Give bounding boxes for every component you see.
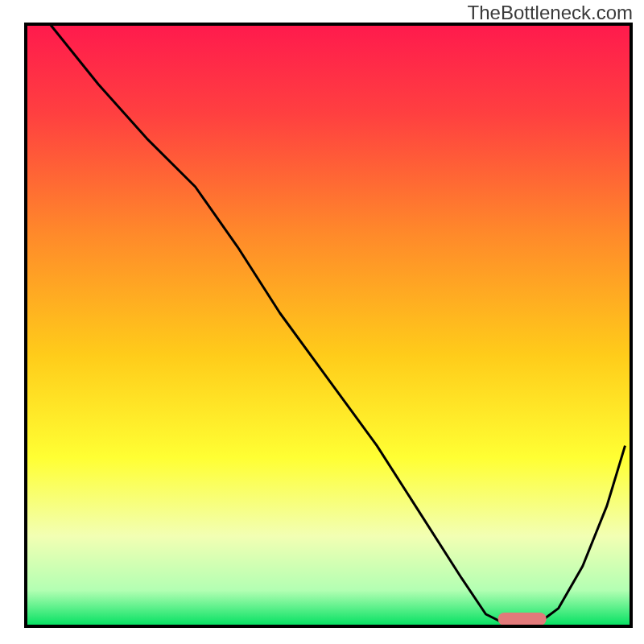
bottleneck-chart [0, 0, 644, 644]
chart-container: TheBottleneck.com [0, 0, 644, 644]
plot-background [26, 24, 631, 626]
optimal-marker [498, 613, 547, 625]
